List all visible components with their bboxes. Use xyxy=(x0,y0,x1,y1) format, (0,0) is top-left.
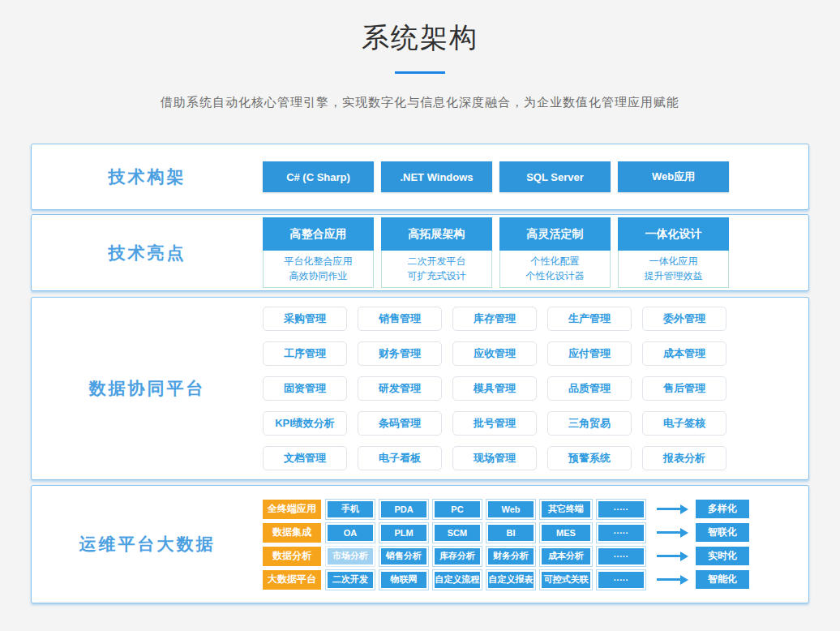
highlight-card-line: 可扩充式设计 xyxy=(382,268,491,283)
tech-button-web[interactable]: Web应用 xyxy=(618,161,729,192)
module-button-payable[interactable]: 应付管理 xyxy=(547,341,632,366)
highlight-card-title: 高灵活定制 xyxy=(499,217,611,251)
module-button-aftersales[interactable]: 售后管理 xyxy=(642,376,726,401)
section-tech-framework: 技术构架 C# (C Sharp) .NET Windows SQL Serve… xyxy=(31,144,809,210)
highlight-card-customization: 高灵活定制 个性化配置 个性化设计器 xyxy=(499,217,611,288)
ops-item-pc[interactable]: PC xyxy=(433,500,482,519)
title-underline xyxy=(395,71,445,74)
ops-item-mobile[interactable]: 手机 xyxy=(326,500,375,519)
ops-result-diversified: 多样化 xyxy=(696,500,749,518)
module-button-process[interactable]: 工序管理 xyxy=(263,341,347,366)
ops-item-bi[interactable]: BI xyxy=(486,523,535,543)
module-button-alert[interactable]: 预警系统 xyxy=(547,446,632,470)
highlight-card-row: 高整合应用 平台化整合应用 高效协同作业 高拓展架构 二次开发平台 可扩充式设计… xyxy=(263,217,808,288)
highlight-card-line: 提升管理效益 xyxy=(619,268,728,283)
ops-category-label: 数据分析 xyxy=(263,547,321,566)
ops-category-label: 大数据平台 xyxy=(263,570,321,590)
highlight-card-line: 平台化整合应用 xyxy=(264,254,373,268)
tech-button-csharp[interactable]: C# (C Sharp) xyxy=(263,161,374,192)
section-data-platform: 数据协同平台 采购管理 销售管理 库存管理 生产管理 委外管理 工序管理 财务管… xyxy=(31,297,809,480)
module-button-receivable[interactable]: 应收管理 xyxy=(452,341,537,366)
ops-item-iot[interactable]: 物联网 xyxy=(379,570,428,590)
module-button-barcode[interactable]: 条码管理 xyxy=(358,411,442,436)
section-title-ops-platform: 运维平台大数据 xyxy=(79,534,216,553)
section-label-col: 数据协同平台 xyxy=(32,377,263,400)
module-button-purchase[interactable]: 采购管理 xyxy=(263,307,347,331)
ops-item-custom-report[interactable]: 自定义报表 xyxy=(486,570,535,590)
ops-result-intelligent: 智能化 xyxy=(696,570,749,589)
ops-result-interconnected: 智联化 xyxy=(696,523,749,542)
highlight-card-integration: 高整合应用 平台化整合应用 高效协同作业 xyxy=(263,217,374,288)
ops-item-other-terminals[interactable]: 其它终端 xyxy=(540,500,592,519)
module-button-kpi[interactable]: KPI绩效分析 xyxy=(263,411,347,436)
module-button-triangle-trade[interactable]: 三角贸易 xyxy=(547,411,632,436)
ops-item-finance-analysis[interactable]: 财务分析 xyxy=(486,547,535,566)
ops-item-custom-flow[interactable]: 自定义流程 xyxy=(433,570,482,590)
section-label-col: 技术构架 xyxy=(32,165,263,188)
highlight-card-line: 二次开发平台 xyxy=(382,254,491,268)
ops-row-terminals: 全终端应用 手机 PDA PC Web 其它终端 ····· 多样化 xyxy=(263,500,808,519)
highlight-card-line: 个性化设计器 xyxy=(500,268,610,283)
ops-category-label: 全终端应用 xyxy=(263,500,321,519)
ops-item-sales-analysis[interactable]: 销售分析 xyxy=(379,547,428,566)
ops-item-controllable-link[interactable]: 可控式关联 xyxy=(540,570,592,590)
module-button-esign[interactable]: 电子签核 xyxy=(642,411,726,436)
ops-row-integration: 数据集成 OA PLM SCM BI MES ····· 智联化 xyxy=(263,523,808,543)
highlight-card-line: 个性化配置 xyxy=(500,254,610,268)
highlight-card-title: 高拓展架构 xyxy=(381,217,492,251)
tech-button-sqlserver[interactable]: SQL Server xyxy=(499,161,611,192)
section-ops-platform: 运维平台大数据 全终端应用 手机 PDA PC Web 其它终端 ····· 多… xyxy=(31,485,809,603)
module-button-finance[interactable]: 财务管理 xyxy=(358,341,442,366)
module-button-fixed-assets[interactable]: 固资管理 xyxy=(263,376,347,401)
highlight-card-title: 高整合应用 xyxy=(263,217,374,251)
ops-item-mes[interactable]: MES xyxy=(540,523,592,543)
ops-row-bigdata: 大数据平台 二次开发 物联网 自定义流程 自定义报表 可控式关联 ····· 智… xyxy=(263,570,808,590)
section-title-data-platform: 数据协同平台 xyxy=(89,379,206,397)
highlight-card-extension: 高拓展架构 二次开发平台 可扩充式设计 xyxy=(381,217,492,288)
highlight-card-line: 一体化应用 xyxy=(619,254,728,268)
module-grid: 采购管理 销售管理 库存管理 生产管理 委外管理 工序管理 财务管理 应收管理 … xyxy=(263,307,808,470)
ops-item-oa[interactable]: OA xyxy=(326,523,375,543)
module-button-production[interactable]: 生产管理 xyxy=(547,307,632,331)
ops-item-more[interactable]: ····· xyxy=(597,570,645,590)
page-subtitle: 借助系统自动化核心管理引擎，实现数字化与信息化深度融合，为企业数值化管理应用赋能 xyxy=(0,95,840,110)
page-title: 系统架构 xyxy=(0,0,840,57)
module-button-mold[interactable]: 模具管理 xyxy=(452,376,537,401)
ops-item-market-analysis[interactable]: 市场分析 xyxy=(326,547,375,566)
module-button-onsite[interactable]: 现场管理 xyxy=(452,446,537,470)
ops-item-scm[interactable]: SCM xyxy=(433,523,482,543)
section-tech-highlights: 技术亮点 高整合应用 平台化整合应用 高效协同作业 高拓展架构 二次开发平台 可… xyxy=(31,214,809,291)
highlight-card-unified: 一体化设计 一体化应用 提升管理效益 xyxy=(618,217,729,288)
module-button-outsourcing[interactable]: 委外管理 xyxy=(642,307,726,331)
ops-item-secondary-dev[interactable]: 二次开发 xyxy=(326,570,375,590)
module-button-report[interactable]: 报表分析 xyxy=(642,446,726,470)
module-button-rnd[interactable]: 研发管理 xyxy=(358,376,442,401)
highlight-card-title: 一体化设计 xyxy=(618,217,729,251)
module-button-document[interactable]: 文档管理 xyxy=(263,446,347,470)
right-arrow-icon xyxy=(657,555,681,557)
framework-button-row: C# (C Sharp) .NET Windows SQL Server Web… xyxy=(263,161,808,192)
module-button-quality[interactable]: 品质管理 xyxy=(547,376,632,401)
right-arrow-icon xyxy=(657,531,681,534)
tech-button-dotnet[interactable]: .NET Windows xyxy=(381,161,492,192)
module-button-cost[interactable]: 成本管理 xyxy=(642,341,726,366)
module-button-inventory[interactable]: 库存管理 xyxy=(452,307,537,331)
highlight-card-line: 高效协同作业 xyxy=(264,268,373,283)
ops-item-more[interactable]: ····· xyxy=(597,523,645,543)
ops-item-inventory-analysis[interactable]: 库存分析 xyxy=(433,547,482,566)
module-button-kanban[interactable]: 电子看板 xyxy=(358,446,442,470)
ops-item-web[interactable]: Web xyxy=(486,500,535,519)
ops-item-more[interactable]: ····· xyxy=(597,500,645,519)
module-button-batch[interactable]: 批号管理 xyxy=(452,411,537,436)
right-arrow-icon xyxy=(657,508,681,510)
module-button-sales[interactable]: 销售管理 xyxy=(358,307,442,331)
ops-item-more[interactable]: ····· xyxy=(597,547,645,566)
ops-item-plm[interactable]: PLM xyxy=(379,523,428,543)
ops-category-label: 数据集成 xyxy=(263,523,321,543)
section-title-tech-framework: 技术构架 xyxy=(109,167,186,186)
ops-item-pda[interactable]: PDA xyxy=(379,500,428,519)
ops-rows: 全终端应用 手机 PDA PC Web 其它终端 ····· 多样化 数据集成 … xyxy=(263,500,808,590)
section-label-col: 技术亮点 xyxy=(32,242,263,264)
ops-item-cost-analysis[interactable]: 成本分析 xyxy=(540,547,592,566)
right-arrow-icon xyxy=(657,578,681,581)
